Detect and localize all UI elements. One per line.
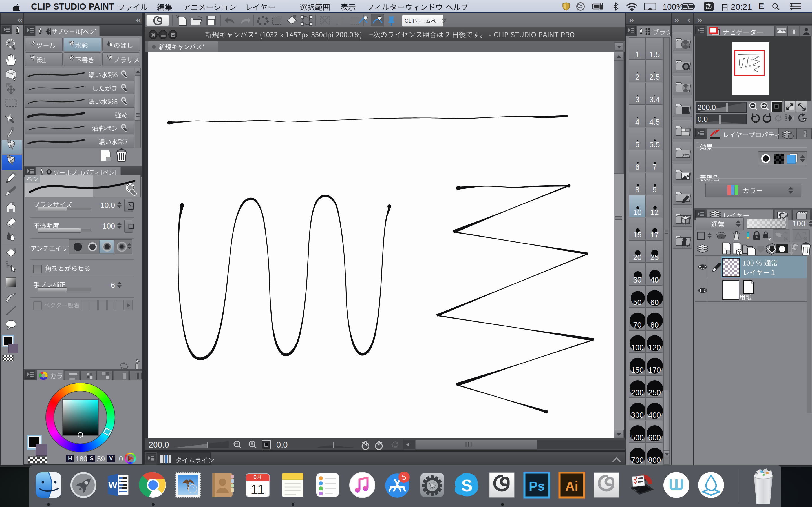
svg-text:Ps: Ps: [529, 479, 545, 494]
svg-text:Ai: Ai: [565, 479, 578, 494]
svg-text:11: 11: [251, 482, 265, 497]
svg-text:6月: 6月: [253, 474, 262, 480]
svg-text:W: W: [108, 480, 117, 490]
svg-text:S: S: [461, 476, 472, 495]
svg-text:5: 5: [402, 473, 406, 482]
